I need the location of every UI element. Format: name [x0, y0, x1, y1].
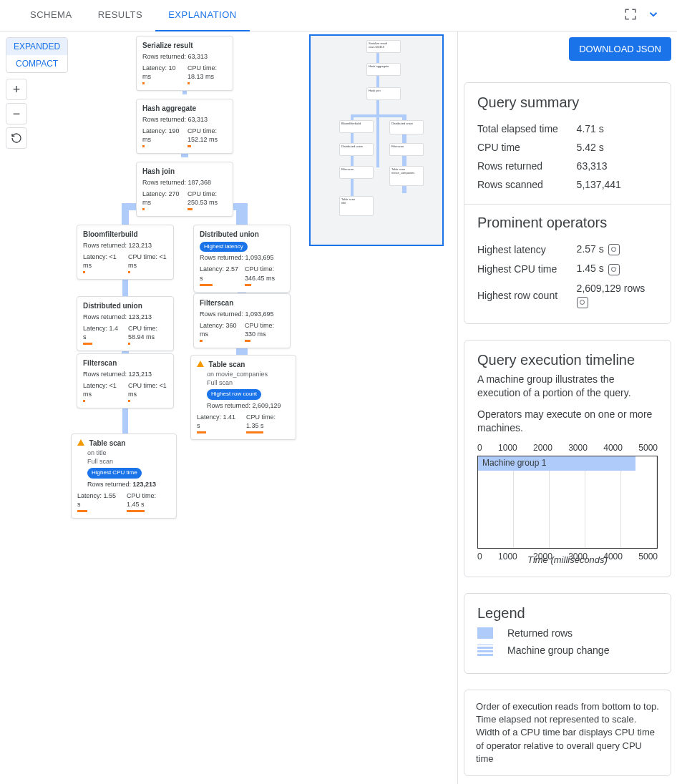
toggle-compact[interactable]: COMPACT [6, 55, 67, 72]
tab-results[interactable]: RESULTS [85, 0, 156, 31]
timeline-chart: 0 1000 2000 3000 4000 5000 Machine group… [477, 443, 658, 550]
node-title: Filterscan [83, 358, 167, 368]
node-title: Serialize result [142, 41, 227, 51]
node-fullscan: Full scan [87, 457, 170, 466]
node-filterscan-right[interactable]: Filterscan Rows returned: 1,093,695 Late… [193, 293, 291, 348]
node-table-scan-title[interactable]: Table scan on title Full scan Highest CP… [71, 433, 177, 519]
tick: 1000 [498, 552, 517, 562]
toggle-expanded[interactable]: EXPANDED [6, 38, 67, 55]
legend-card: Legend Returned rows Machine group chang… [464, 593, 671, 674]
badge-highest-cpu: Highest CPU time [87, 468, 142, 479]
node-latency: Latency: 10 ms [142, 64, 182, 81]
prom-key: Highest CPU time [477, 259, 577, 278]
edge [236, 203, 248, 225]
tick: 0 [477, 443, 482, 453]
prom-key: Highest latency [477, 240, 577, 259]
node-cpu: CPU time: 58.94 ms [128, 324, 167, 341]
prom-key: Highest row count [477, 279, 577, 312]
node-cpu: CPU time: 346.45 ms [245, 265, 284, 282]
footnote-line: Order of execution reads from bottom to … [476, 700, 659, 713]
tick: 3000 [568, 443, 588, 453]
legend-swatch-returned [477, 627, 493, 639]
tick: 0 [477, 552, 482, 562]
link-icon[interactable] [577, 297, 588, 308]
tick: 5000 [638, 443, 658, 453]
legend-swatch-machine [477, 645, 493, 656]
summary-val: 5,137,441 [577, 175, 658, 194]
zoom-reset-button[interactable] [6, 127, 27, 149]
node-cpu: CPU time: <1 ms [128, 381, 167, 398]
tab-schema[interactable]: SCHEMA [17, 0, 85, 31]
node-rows: Rows returned: 123,213 [87, 480, 170, 489]
timeline-desc2: Operators may execute on one or more mac… [477, 408, 658, 436]
node-bloomfilterbuild[interactable]: Bloomfilterbuild Rows returned: 123,213 … [77, 225, 174, 280]
download-json-button[interactable]: DOWNLOAD JSON [569, 37, 671, 61]
chevron-down-icon[interactable] [647, 8, 660, 23]
link-icon[interactable] [608, 264, 620, 275]
summary-key: CPU time [477, 138, 577, 157]
legend-label-returned: Returned rows [507, 627, 573, 639]
node-rows: Rows returned: 63,313 [142, 52, 227, 61]
query-summary-card: Query summary Total elapsed time4.71 s C… [464, 82, 671, 324]
node-cpu: CPU time: <1 ms [128, 253, 167, 270]
timeline-heading: Query execution timeline [477, 352, 658, 368]
node-filterscan-left[interactable]: Filterscan Rows returned: 123,213 Latenc… [77, 353, 174, 408]
view-toggle: EXPANDED COMPACT [6, 37, 68, 73]
link-icon[interactable] [608, 244, 620, 255]
node-rows: Rows returned: 63,313 [142, 115, 227, 124]
tab-explanation[interactable]: EXPLANATION [155, 0, 250, 31]
node-cpu: CPU time: 330 ms [245, 321, 284, 338]
footnote-line: Time elapsed not represented to scale. [476, 713, 659, 726]
node-serialize-result[interactable]: Serialize result Rows returned: 63,313 L… [136, 36, 233, 91]
node-rows: Rows returned: 1,093,695 [200, 310, 284, 318]
node-title: Hash join [142, 167, 227, 177]
node-rows: Rows returned: 2,609,129 [207, 401, 290, 410]
node-rows: Rows returned: 123,213 [83, 241, 167, 250]
node-cpu: CPU time: 152.12 ms [187, 127, 227, 144]
timeline-desc1: A machine group illustrates the executio… [477, 373, 658, 401]
node-latency: Latency: 1.55 s [77, 491, 121, 509]
zoom-in-button[interactable]: + [6, 79, 27, 100]
node-hash-aggregate[interactable]: Hash aggregate Rows returned: 63,313 Lat… [136, 99, 233, 154]
edge [122, 203, 129, 225]
node-title: Bloomfilterbuild [83, 230, 167, 240]
footnote-card: Order of execution reads from bottom to … [464, 690, 671, 776]
fullscreen-icon[interactable] [624, 8, 637, 23]
node-latency: Latency: 2.57 s [200, 265, 239, 282]
node-rows: Rows returned: 187,368 [142, 178, 227, 187]
prominent-operators-heading: Prominent operators [477, 215, 658, 231]
node-title: Distributed union [83, 301, 167, 311]
node-cpu: CPU time: 250.53 ms [187, 190, 227, 207]
node-table-scan-movie-companies[interactable]: Table scan on movie_companies Full scan … [190, 355, 296, 440]
sidebar: DOWNLOAD JSON Query summary Total elapse… [458, 31, 677, 784]
warning-icon [197, 361, 204, 367]
node-rows: Rows returned: 123,213 [83, 370, 167, 378]
node-latency: Latency: <1 ms [83, 381, 122, 398]
prom-val: 2.57 s [577, 240, 658, 259]
node-title: Table scan [89, 439, 126, 447]
node-fullscan: Full scan [207, 378, 290, 387]
tick: 2000 [533, 443, 552, 453]
tab-bar: SCHEMA RESULTS EXPLANATION [0, 0, 677, 31]
node-hash-join[interactable]: Hash join Rows returned: 187,368 Latency… [136, 162, 233, 217]
warning-icon [77, 439, 84, 446]
zoom-out-button[interactable]: − [6, 103, 27, 124]
node-distributed-union-right[interactable]: Distributed union Highest latency Rows r… [193, 225, 291, 293]
node-rows: Rows returned: 123,213 [83, 313, 167, 321]
tick: 4000 [603, 552, 623, 562]
summary-val: 63,313 [577, 157, 658, 175]
legend-heading: Legend [477, 605, 658, 622]
minimap[interactable]: Serialize resultrows 63,313 Hash aggrega… [309, 34, 444, 246]
query-summary-heading: Query summary [477, 94, 658, 111]
node-cpu: CPU time: 1.35 s [246, 413, 290, 430]
tick: 4000 [603, 443, 623, 453]
node-title: Distributed union [200, 230, 284, 240]
node-subtitle: on movie_companies [207, 370, 290, 378]
summary-val: 5.42 s [577, 138, 658, 157]
node-distributed-union-left[interactable]: Distributed union Rows returned: 123,213… [77, 296, 174, 351]
node-latency: Latency: 270 ms [142, 190, 182, 207]
node-title: Hash aggregate [142, 104, 227, 114]
plan-canvas[interactable]: EXPANDED COMPACT + − [0, 31, 458, 784]
timeline-bar[interactable]: Machine group 1 [478, 456, 635, 471]
node-cpu: CPU time: 1.45 s [127, 491, 170, 509]
